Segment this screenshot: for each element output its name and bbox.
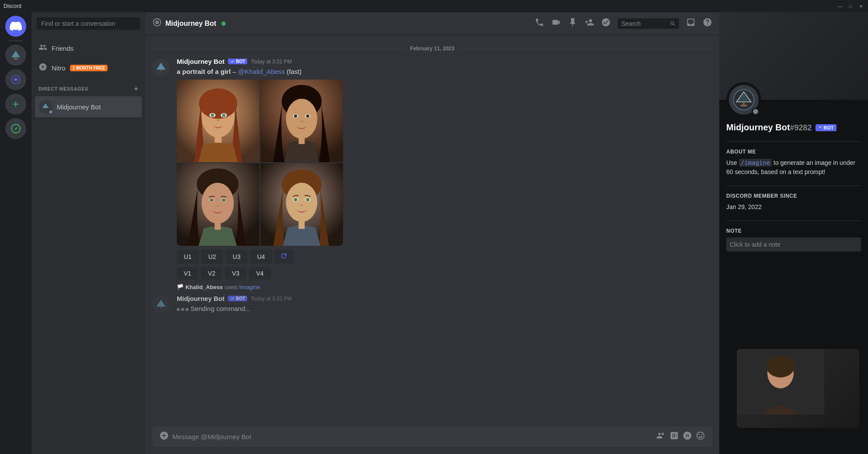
dm-item-midjourney[interactable]: Midjourney Bot [35,96,142,117]
help-button[interactable] [703,17,712,29]
member-since-title: DISCORD MEMBER SINCE [726,193,861,199]
channel-name: Midjourney Bot [165,20,216,28]
svg-point-1 [13,58,19,59]
message-prompt: a portrait of a girl [177,68,231,75]
emoji-people-button[interactable] [656,431,666,443]
title-bar: Discord — □ ✕ [0,0,868,12]
gif-button[interactable] [669,431,679,443]
minimize-button[interactable]: — [836,3,844,10]
used-command-line: 🏳️ Khalid_Abess used /imagine [145,282,719,292]
svg-rect-40 [743,102,744,105]
profile-name: Midjourney Bot#9282 BOT [726,122,861,133]
u1-button[interactable]: U1 [177,249,199,264]
video-thumbnail [737,349,859,428]
svg-point-32 [286,183,318,222]
command-name[interactable]: /imagine [238,284,260,290]
profile-banner [719,12,868,100]
dm-list: Midjourney Bot [32,94,145,119]
svg-rect-5 [161,70,161,71]
refresh-button[interactable] [275,249,293,264]
search-icon [670,20,676,27]
online-indicator [221,21,226,26]
svg-rect-38 [161,307,161,308]
find-conversation-input[interactable] [37,17,140,30]
svg-point-24 [202,183,234,224]
message-input-container [152,426,712,447]
image-cell-2 [260,80,343,162]
generated-image-grid [177,80,343,246]
sticker-button[interactable] [682,431,692,443]
used-text: used [224,284,238,290]
v1-button[interactable]: V1 [177,267,198,279]
bot-badge-1: Midjourney BotBOT [228,59,247,64]
message-header-1: Midjourney Bot Midjourney BotBOT Today a… [177,58,712,65]
about-me-text: Use /imagine to generate an image in und… [726,158,861,177]
explore-servers-button[interactable] [5,118,26,139]
message-input-area [145,426,719,454]
direct-messages-label: DIRECT MESSAGES [38,86,88,91]
bot-badge-2: BOT [228,296,247,301]
inbox-button[interactable] [686,17,696,29]
v4-button[interactable]: V4 [249,267,270,279]
status-indicator [48,109,53,115]
sidebar-divider [9,40,23,41]
dm-search-area[interactable] [32,12,145,35]
svg-point-12 [222,114,225,117]
note-input[interactable]: Click to add a note [726,237,861,251]
maximize-button[interactable]: □ [847,3,854,10]
call-button[interactable] [535,17,544,29]
message-input-field[interactable] [172,433,653,440]
close-button[interactable]: ✕ [858,3,864,10]
u3-button[interactable]: U3 [226,249,248,264]
command-icon: 🏳️ [177,284,184,290]
dm-section-header: DIRECT MESSAGES + [32,78,145,94]
v2-button[interactable]: V2 [201,267,222,279]
nitro-nav-item[interactable]: Nitro 1 MONTH FREE [35,58,142,78]
server-icon-2[interactable] [5,69,26,90]
new-dm-button[interactable]: + [134,85,138,93]
u4-button[interactable]: U4 [250,249,272,264]
video-content [737,349,859,428]
profile-bot-badge: BOT [816,124,836,131]
message-content-2: Midjourney Bot BOT Today at 3:32 PM [177,295,712,313]
friends-icon [38,43,47,54]
nitro-icon [38,63,47,73]
emoji-button[interactable] [696,431,705,443]
v3-button[interactable]: V3 [225,267,246,279]
dm-icon-button[interactable] [601,17,611,29]
nitro-badge: 1 MONTH FREE [70,65,108,71]
add-friend-button[interactable] [584,17,594,29]
search-input[interactable] [621,20,667,27]
dot-2 [181,308,184,311]
friends-nav-item[interactable]: Friends [35,38,142,58]
sending-dots [177,308,189,311]
note-section: NOTE Click to add a note [726,220,861,251]
add-file-button[interactable] [159,431,169,443]
bot-avatar-1 [152,59,170,76]
app-title: Discord [4,3,836,9]
discord-home-button[interactable] [5,16,26,37]
add-server-button[interactable]: + [5,94,26,115]
video-button[interactable] [551,17,561,29]
friends-label: Friends [52,45,74,52]
svg-point-41 [740,105,748,107]
command-user: Khalid_Abess [186,284,223,290]
pin-button[interactable] [568,17,578,29]
svg-point-27 [210,199,214,201]
bot-avatar-2 [152,296,170,313]
sending-text: Sending command... [177,304,712,313]
dm-item-name: Midjourney Bot [57,103,101,111]
search-bar[interactable] [618,18,679,29]
svg-point-19 [294,115,297,118]
message-author-1: Midjourney Bot [177,58,224,65]
window-controls[interactable]: — □ ✕ [836,3,864,10]
svg-rect-4 [45,108,46,109]
dm-navigation: Friends Nitro 1 MONTH FREE [32,35,145,78]
date-divider-text: February 11, 2023 [410,45,454,52]
svg-point-28 [222,199,225,201]
sending-label: Sending command... [190,305,251,312]
dot-1 [177,308,180,311]
u2-button[interactable]: U2 [201,249,223,264]
image-cell-4 [260,163,343,246]
server-icon-1[interactable] [5,45,26,66]
